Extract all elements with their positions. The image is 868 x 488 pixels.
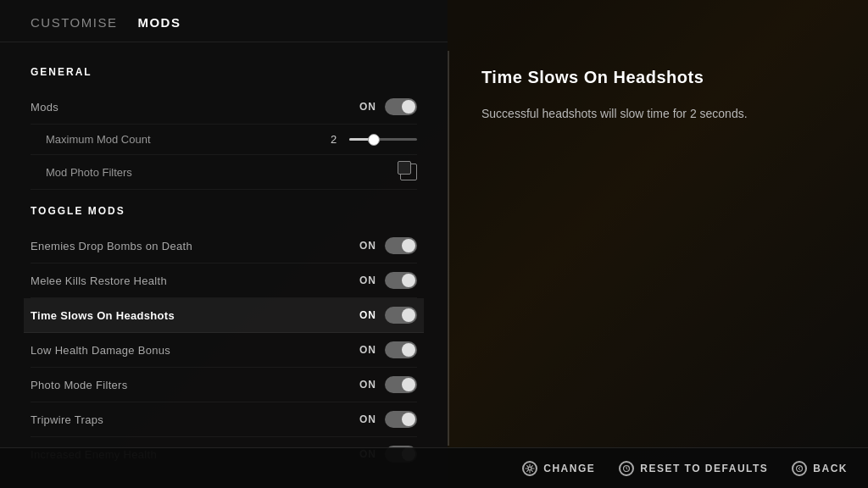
mod-count-slider-fill bbox=[349, 138, 370, 141]
time-slows-right: ON bbox=[359, 307, 417, 324]
back-action[interactable]: BACK bbox=[792, 461, 848, 476]
low-health-on-label: ON bbox=[359, 344, 376, 356]
setting-row-tripwire[interactable]: Tripwire Traps ON bbox=[31, 402, 417, 437]
general-section-header: GENERAL bbox=[31, 66, 417, 78]
settings-content: GENERAL Mods ON Maximum Mod Count 2 bbox=[0, 42, 448, 488]
setting-row-time-slows[interactable]: Time Slows On Headshots ON bbox=[24, 298, 424, 333]
setting-label-enemies-drop-bombs: Enemies Drop Bombs on Death bbox=[31, 240, 192, 252]
back-icon bbox=[792, 461, 807, 476]
setting-label-time-slows: Time Slows On Headshots bbox=[31, 309, 175, 322]
tripwire-on-label: ON bbox=[359, 413, 376, 425]
melee-kills-toggle[interactable] bbox=[385, 272, 417, 289]
time-slows-on-label: ON bbox=[359, 309, 376, 321]
max-mod-count-right: 2 bbox=[331, 133, 417, 146]
nav-customise[interactable]: CUSTOMISE bbox=[31, 15, 117, 30]
mod-count-slider-track[interactable] bbox=[349, 138, 417, 141]
setting-label-melee-kills: Melee Kills Restore Health bbox=[31, 274, 167, 287]
svg-point-0 bbox=[528, 467, 531, 470]
panel-divider bbox=[448, 51, 449, 446]
svg-point-2 bbox=[797, 465, 803, 471]
back-label: BACK bbox=[813, 463, 848, 474]
setting-label-tripwire: Tripwire Traps bbox=[31, 413, 103, 426]
mod-count-slider-thumb[interactable] bbox=[368, 134, 380, 146]
copy-icon[interactable] bbox=[400, 164, 417, 180]
setting-row-enemies-drop-bombs[interactable]: Enemies Drop Bombs on Death ON bbox=[31, 229, 417, 263]
mods-on-label: ON bbox=[359, 101, 376, 113]
nav-mods[interactable]: MODS bbox=[137, 15, 181, 30]
reset-label: RESET TO DEFAULTS bbox=[640, 463, 768, 474]
melee-kills-right: ON bbox=[359, 272, 417, 289]
change-label: CHANGE bbox=[543, 463, 595, 474]
change-icon bbox=[522, 461, 537, 476]
detail-description: Successful headshots will slow time for … bbox=[481, 104, 834, 123]
low-health-right: ON bbox=[359, 341, 417, 358]
setting-label-mod-photo-filters: Mod Photo Filters bbox=[46, 166, 132, 179]
top-nav: CUSTOMISE MODS bbox=[0, 0, 448, 42]
setting-label-mods: Mods bbox=[31, 101, 58, 114]
melee-kills-on-label: ON bbox=[359, 274, 376, 286]
enemies-drop-bombs-toggle[interactable] bbox=[385, 237, 417, 254]
photo-mode-filters-right: ON bbox=[359, 376, 417, 393]
setting-row-photo-mode-filters[interactable]: Photo Mode Filters ON bbox=[31, 368, 417, 402]
setting-row-mod-photo-filters[interactable]: Mod Photo Filters bbox=[31, 155, 417, 190]
time-slows-toggle[interactable] bbox=[385, 307, 417, 324]
mod-photo-filters-right bbox=[400, 164, 417, 180]
bottom-bar: CHANGE RESET TO DEFAULTS BACK bbox=[0, 447, 868, 488]
enemies-drop-bombs-right: ON bbox=[359, 237, 417, 254]
setting-label-photo-mode-filters: Photo Mode Filters bbox=[31, 379, 128, 391]
mod-count-slider-container: 2 bbox=[331, 133, 417, 146]
setting-label-low-health: Low Health Damage Bonus bbox=[31, 344, 170, 357]
toggle-mods-section-header: TOGGLE MODS bbox=[31, 205, 417, 217]
mods-toggle[interactable] bbox=[385, 98, 417, 115]
setting-row-melee-kills[interactable]: Melee Kills Restore Health ON bbox=[31, 263, 417, 298]
detail-title: Time Slows On Headshots bbox=[481, 68, 834, 87]
change-action[interactable]: CHANGE bbox=[522, 461, 595, 476]
left-panel: CUSTOMISE MODS GENERAL Mods ON Maximum M… bbox=[0, 0, 448, 488]
setting-label-max-mod-count: Maximum Mod Count bbox=[46, 133, 151, 146]
mods-toggle-right: ON bbox=[359, 98, 417, 115]
photo-mode-filters-on-label: ON bbox=[359, 379, 376, 391]
reset-icon bbox=[619, 461, 634, 476]
setting-row-max-mod-count[interactable]: Maximum Mod Count 2 bbox=[31, 125, 417, 155]
enemies-drop-bombs-on-label: ON bbox=[359, 240, 376, 252]
tripwire-right: ON bbox=[359, 411, 417, 428]
setting-row-low-health[interactable]: Low Health Damage Bonus ON bbox=[31, 333, 417, 368]
tripwire-toggle[interactable] bbox=[385, 411, 417, 428]
low-health-toggle[interactable] bbox=[385, 341, 417, 358]
photo-mode-filters-toggle[interactable] bbox=[385, 376, 417, 393]
right-panel: Time Slows On Headshots Successful heads… bbox=[448, 0, 868, 488]
setting-row-mods[interactable]: Mods ON bbox=[31, 90, 417, 125]
reset-action[interactable]: RESET TO DEFAULTS bbox=[619, 461, 768, 476]
mod-count-value: 2 bbox=[331, 133, 341, 146]
